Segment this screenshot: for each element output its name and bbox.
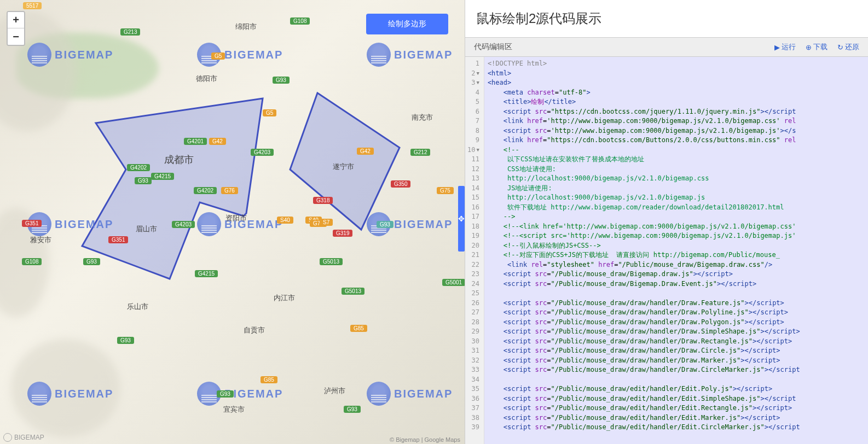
road-badge: G42 bbox=[209, 138, 226, 145]
watermark-text: BIGEMAP bbox=[55, 388, 113, 400]
line-number: 28 bbox=[467, 318, 479, 328]
code-line[interactable]: CSS地址请使用: bbox=[488, 165, 865, 174]
drawn-polygon[interactable] bbox=[290, 93, 400, 230]
road-badge: G350 bbox=[391, 180, 410, 188]
road-badge: G351 bbox=[22, 220, 42, 227]
map-provider-logo: BIGEMAP bbox=[3, 433, 44, 442]
road-badge: G108 bbox=[290, 17, 310, 25]
map-panel[interactable]: BIGEMAPBIGEMAPBIGEMAPBIGEMAPBIGEMAPBIGEM… bbox=[0, 0, 465, 444]
map-canvas[interactable]: BIGEMAPBIGEMAPBIGEMAPBIGEMAPBIGEMAPBIGEM… bbox=[0, 0, 465, 444]
code-line[interactable]: <script src="/Public/mouse_draw/edit/han… bbox=[488, 404, 865, 413]
road-badge: G5013 bbox=[342, 288, 364, 295]
code-line[interactable]: <script src="/Public/mouse_draw/draw/han… bbox=[488, 318, 865, 328]
run-button[interactable]: ▶运行 bbox=[774, 42, 796, 52]
code-line[interactable]: http://localhost:9000/bigemap.js/v2.1.0/… bbox=[488, 174, 865, 184]
code-line[interactable]: <script src="/Public/mouse_draw/draw/han… bbox=[488, 356, 865, 366]
code-line[interactable]: <script src="/Public/mouse_draw/Bigemap.… bbox=[488, 270, 865, 279]
code-line[interactable]: <!--<link href='http://www.bigemap.com:9… bbox=[488, 222, 865, 232]
watermark-text: BIGEMAP bbox=[394, 218, 453, 231]
city-label: 遂宁市 bbox=[333, 162, 354, 172]
draw-polygon-button[interactable]: 绘制多边形 bbox=[366, 14, 448, 34]
line-number: 3▼ bbox=[467, 78, 479, 88]
line-number: 7 bbox=[467, 116, 479, 126]
road-badge: G5 bbox=[263, 109, 276, 116]
line-number: 30 bbox=[467, 337, 479, 347]
line-number: 37 bbox=[467, 404, 479, 413]
line-number: 33 bbox=[467, 365, 479, 375]
road-badge: G4202 bbox=[194, 187, 217, 194]
road-badge: G319 bbox=[333, 230, 352, 237]
code-line[interactable]: <!--<script src='http://www.bigemap.com:… bbox=[488, 231, 865, 241]
code-line[interactable]: <!--引入鼠标绘制的JS+CSS--> bbox=[488, 241, 865, 251]
code-line[interactable]: <title>绘制</title> bbox=[488, 97, 865, 107]
line-number: 36 bbox=[467, 394, 479, 404]
city-label: 成都市 bbox=[164, 153, 194, 166]
road-badge: G93 bbox=[273, 77, 290, 84]
code-line[interactable]: 以下CSS地址请在安装软件了替换成本地的地址 bbox=[488, 155, 865, 165]
code-line[interactable]: <link href="https://cdn.bootcss.com/Butt… bbox=[488, 136, 865, 145]
city-label: 宜宾市 bbox=[223, 405, 245, 414]
line-number: 2▼ bbox=[467, 69, 479, 79]
line-number: 13 bbox=[467, 174, 479, 184]
code-line[interactable]: <html> bbox=[488, 69, 865, 79]
road-badge: G318 bbox=[313, 197, 333, 204]
road-badge: G5 bbox=[211, 52, 225, 60]
code-line[interactable]: <meta charset="utf-8"> bbox=[488, 88, 865, 98]
code-line[interactable]: <script src="/Public/mouse_draw/edit/han… bbox=[488, 413, 865, 423]
road-badge: G213 bbox=[120, 28, 140, 36]
line-number: 38 bbox=[467, 413, 479, 423]
bigemap-logo-icon bbox=[367, 382, 391, 406]
code-line[interactable] bbox=[488, 289, 865, 299]
code-line[interactable]: <script src='http://www.bigemap.com:9000… bbox=[488, 126, 865, 136]
line-number: 32 bbox=[467, 356, 479, 366]
line-number: 23 bbox=[467, 270, 479, 279]
city-label: 雅安市 bbox=[30, 235, 51, 245]
code-line[interactable]: <script src="/Public/mouse_draw/draw/han… bbox=[488, 337, 865, 347]
fold-icon[interactable]: ▼ bbox=[476, 69, 479, 79]
code-line[interactable]: JS地址请使用: bbox=[488, 184, 865, 194]
code-line[interactable]: <script src="https://cdn.bootcss.com/jqu… bbox=[488, 107, 865, 117]
code-line[interactable]: <script src="/Public/mouse_draw/Bigemap.… bbox=[488, 279, 865, 289]
code-line[interactable]: <link href='http://www.bigemap.com:9000/… bbox=[488, 116, 865, 126]
code-line[interactable]: <script src="/Public/mouse_draw/draw/han… bbox=[488, 327, 865, 337]
line-number: 26 bbox=[467, 299, 479, 308]
code-panel: 鼠标绘制2源代码展示 代码编辑区 ▶运行 ⊕下载 ↻还原 12▼3▼456789… bbox=[465, 0, 868, 444]
line-number: 27 bbox=[467, 308, 479, 318]
zoom-out-button[interactable]: − bbox=[8, 28, 24, 45]
code-line[interactable]: <script src="/Public/mouse_draw/draw/han… bbox=[488, 308, 865, 318]
city-label: 内江市 bbox=[274, 293, 295, 303]
code-line[interactable]: --> bbox=[488, 212, 865, 222]
code-line[interactable]: <script src="/Public/mouse_draw/draw/han… bbox=[488, 346, 865, 356]
fold-icon[interactable]: ▼ bbox=[476, 145, 479, 155]
code-line[interactable]: <script src="/Public/mouse_draw/edit/han… bbox=[488, 423, 865, 433]
line-number: 19 bbox=[467, 231, 479, 241]
road-badge: G4203 bbox=[172, 221, 195, 228]
code-line[interactable]: http://localhost:9000/bigemap.js/v2.1.0/… bbox=[488, 193, 865, 203]
road-badge: S40 bbox=[277, 217, 293, 224]
fold-icon[interactable]: ▼ bbox=[476, 78, 479, 88]
code-line[interactable]: <script src="/Public/mouse_draw/edit/han… bbox=[488, 384, 865, 394]
code-line[interactable]: <!DOCTYPE html> bbox=[488, 59, 865, 69]
line-number: 9 bbox=[467, 136, 479, 145]
code-area[interactable]: <!DOCTYPE html><html><head> <meta charse… bbox=[484, 57, 868, 444]
panel-resize-handle[interactable] bbox=[458, 186, 465, 252]
download-button[interactable]: ⊕下载 bbox=[806, 42, 828, 52]
line-number: 16 bbox=[467, 203, 479, 213]
watermark: BIGEMAP bbox=[197, 43, 283, 67]
code-line[interactable]: <script src="/Public/mouse_draw/draw/han… bbox=[488, 365, 865, 375]
line-number: 15 bbox=[467, 193, 479, 203]
watermark-text: BIGEMAP bbox=[55, 218, 113, 231]
code-line[interactable]: <script src="/Public/mouse_draw/edit/han… bbox=[488, 394, 865, 404]
code-editor[interactable]: 12▼3▼45678910▼11121314151617181920212223… bbox=[465, 57, 868, 444]
code-line[interactable]: <head> bbox=[488, 78, 865, 88]
code-line[interactable]: <!--对应下面的CSS+JS的下载地址 请直接访问 http://bigema… bbox=[488, 250, 865, 260]
watermark: BIGEMAP bbox=[367, 382, 453, 406]
code-line[interactable] bbox=[488, 375, 865, 385]
code-line[interactable]: 软件下载地址 http://www.bigemap.com/reader/dow… bbox=[488, 203, 865, 213]
restore-button[interactable]: ↻还原 bbox=[837, 42, 859, 52]
code-line[interactable]: <!-- bbox=[488, 145, 865, 155]
zoom-in-button[interactable]: + bbox=[8, 12, 24, 28]
code-line[interactable]: <link rel="stylesheet" href="/Public/mou… bbox=[488, 260, 865, 270]
line-number: 17 bbox=[467, 212, 479, 222]
code-line[interactable]: <script src="/Public/mouse_draw/draw/han… bbox=[488, 299, 865, 308]
